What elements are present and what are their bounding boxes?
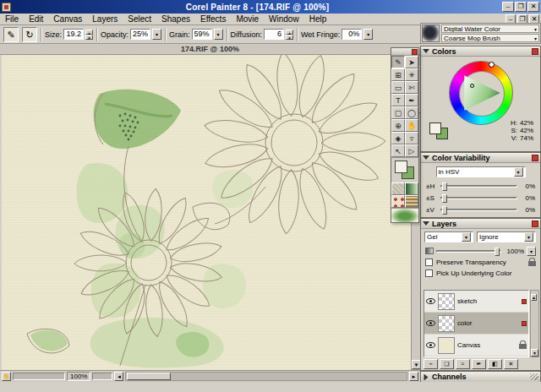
new-layer-button[interactable]: ❏ bbox=[440, 359, 454, 369]
slider-thumb[interactable] bbox=[442, 194, 447, 203]
diffusion-input[interactable]: 6 bbox=[264, 29, 284, 40]
palette-close-icon[interactable] bbox=[532, 48, 538, 55]
grabber-tool[interactable]: ✋ bbox=[405, 119, 418, 132]
menu-canvas[interactable]: Canvas bbox=[48, 14, 87, 25]
lasso-tool[interactable]: ✄ bbox=[405, 81, 418, 94]
menu-help[interactable]: Help bbox=[304, 14, 332, 25]
variability-mode-dropdown[interactable]: in HSV ▾ bbox=[436, 166, 526, 177]
size-input[interactable]: 19.2 bbox=[63, 29, 84, 40]
toolbox-header[interactable] bbox=[391, 48, 418, 56]
menu-file[interactable]: File bbox=[0, 14, 24, 25]
layer-opacity-slider[interactable] bbox=[436, 250, 501, 253]
rectangular-selection-tool[interactable]: ▭ bbox=[391, 81, 405, 94]
pattern-selector[interactable] bbox=[391, 195, 405, 208]
preserve-transparency-checkbox[interactable] bbox=[425, 259, 433, 266]
layers-palette-header[interactable]: Layers bbox=[421, 219, 540, 229]
magic-wand-tool[interactable]: ✳ bbox=[405, 68, 418, 81]
dynamic-plugins-button[interactable]: ⌁ bbox=[424, 359, 438, 369]
wet-fringe-dropdown-arrow[interactable]: ▾ bbox=[363, 29, 373, 40]
chevron-down-icon[interactable]: ▾ bbox=[527, 247, 536, 256]
slider-thumb[interactable] bbox=[495, 248, 500, 256]
menu-layers[interactable]: Layers bbox=[87, 14, 123, 25]
pan-grabber-icon[interactable]: ✋ bbox=[2, 372, 11, 381]
brush-variant-dropdown[interactable]: Coarse Mop Brush ▾ bbox=[441, 34, 539, 42]
brush-tool[interactable]: ✎ bbox=[391, 56, 405, 68]
channels-palette-header[interactable]: Channels bbox=[421, 372, 540, 382]
layer-list-scrollbar[interactable]: ▲ ▼ bbox=[530, 290, 539, 357]
oval-shape-tool[interactable]: ◯ bbox=[405, 106, 418, 119]
maximize-button[interactable]: ❐ bbox=[515, 2, 527, 12]
delete-layer-button[interactable]: ✕ bbox=[504, 359, 518, 369]
size-spinner[interactable]: ▴▾ bbox=[85, 30, 93, 40]
grain-input[interactable]: 59% bbox=[192, 29, 212, 40]
zoom-level[interactable]: 100% bbox=[67, 372, 90, 381]
layer-row-sketch[interactable]: sketch bbox=[424, 291, 528, 313]
current-tool-brush-icon[interactable]: ✎ bbox=[3, 27, 19, 42]
scroll-right-button[interactable]: ► bbox=[409, 372, 418, 381]
crop-tool[interactable]: ⊞ bbox=[391, 68, 405, 81]
document-title-bar[interactable]: 174.RIF @ 100% bbox=[0, 44, 420, 55]
hue-variability-slider[interactable] bbox=[440, 185, 517, 188]
weave-selector[interactable] bbox=[405, 195, 418, 208]
new-watercolor-layer-button[interactable]: ≈ bbox=[456, 359, 470, 369]
stroke-style-icon[interactable]: ↻ bbox=[22, 27, 37, 42]
expander-triangle-icon[interactable] bbox=[423, 155, 429, 160]
text-tool[interactable]: T bbox=[391, 94, 405, 106]
brush-dab-preview-icon[interactable] bbox=[422, 24, 440, 42]
title-bar[interactable]: Corel Painter 8 - [174.RIF @ 100%] – ❐ ✕ bbox=[0, 0, 541, 14]
primary-color-swatch[interactable] bbox=[395, 161, 407, 173]
pen-tool[interactable]: ✒ bbox=[405, 94, 418, 106]
variability-palette-header[interactable]: Color Variability bbox=[421, 153, 540, 163]
layer-row-canvas[interactable]: Canvas bbox=[424, 335, 528, 357]
resize-grip-icon[interactable] bbox=[530, 373, 538, 380]
selection-adjuster-tool[interactable]: ↖ bbox=[391, 144, 405, 157]
canvas[interactable] bbox=[2, 55, 411, 370]
dropper-tool[interactable]: ▿ bbox=[405, 132, 418, 144]
gradient-selector[interactable] bbox=[405, 182, 418, 195]
saturation-variability-slider[interactable] bbox=[440, 197, 517, 199]
menu-movie[interactable]: Movie bbox=[231, 14, 264, 25]
layer-row-color[interactable]: color bbox=[424, 313, 528, 335]
expander-triangle-icon[interactable] bbox=[423, 49, 429, 53]
horizontal-scroll-thumb[interactable] bbox=[127, 373, 171, 380]
slider-thumb[interactable] bbox=[442, 182, 447, 191]
paint-bucket-tool[interactable]: ◈ bbox=[391, 132, 405, 144]
composite-depth-dropdown[interactable]: Ignore ▾ bbox=[477, 231, 536, 242]
visibility-eye-icon[interactable] bbox=[426, 342, 435, 348]
main-color-swatch[interactable] bbox=[429, 122, 441, 134]
scroll-up-button[interactable]: ▲ bbox=[531, 294, 537, 301]
scroll-down-button[interactable]: ▼ bbox=[531, 349, 538, 357]
diffusion-spinner[interactable]: ▴▾ bbox=[286, 30, 293, 40]
menu-edit[interactable]: Edit bbox=[24, 14, 48, 25]
hue-cursor[interactable] bbox=[489, 62, 495, 68]
opacity-dropdown-arrow[interactable]: ▾ bbox=[152, 29, 161, 40]
menu-effects[interactable]: Effects bbox=[195, 14, 231, 25]
wet-fringe-input[interactable]: 0% bbox=[342, 29, 362, 40]
close-button[interactable]: ✕ bbox=[527, 2, 539, 12]
layer-adjuster-tool[interactable]: ➤ bbox=[405, 56, 418, 68]
horizontal-scrollbar[interactable] bbox=[125, 372, 407, 381]
expander-triangle-icon[interactable] bbox=[424, 373, 429, 380]
new-liquid-ink-layer-button[interactable]: ✒ bbox=[472, 359, 486, 369]
expander-triangle-icon[interactable] bbox=[423, 221, 429, 226]
shape-selection-tool[interactable]: ▷ bbox=[405, 144, 418, 157]
colors-palette-header[interactable]: Colors bbox=[421, 46, 540, 57]
opacity-input[interactable]: 25% bbox=[130, 29, 150, 40]
menu-shapes[interactable]: Shapes bbox=[156, 14, 195, 25]
sv-cursor[interactable] bbox=[470, 84, 474, 88]
rectangle-shape-tool[interactable]: ▢ bbox=[391, 106, 405, 119]
composite-method-dropdown[interactable]: Gel ▾ bbox=[424, 231, 473, 242]
menu-window[interactable]: Window bbox=[264, 14, 304, 25]
grain-dropdown-arrow[interactable]: ▾ bbox=[214, 29, 223, 40]
visibility-eye-icon[interactable] bbox=[426, 298, 435, 304]
visibility-eye-icon[interactable] bbox=[426, 320, 435, 326]
pickup-underlying-checkbox[interactable] bbox=[425, 270, 433, 277]
scroll-left-button[interactable]: ◄ bbox=[114, 372, 123, 381]
new-layer-mask-button[interactable]: ◧ bbox=[488, 359, 502, 369]
slider-thumb[interactable] bbox=[442, 206, 447, 215]
minimize-button[interactable]: – bbox=[502, 2, 514, 12]
brush-look-selector[interactable] bbox=[391, 208, 418, 222]
paper-selector[interactable] bbox=[391, 182, 405, 195]
value-variability-slider[interactable] bbox=[440, 209, 517, 211]
menu-select[interactable]: Select bbox=[123, 14, 156, 25]
